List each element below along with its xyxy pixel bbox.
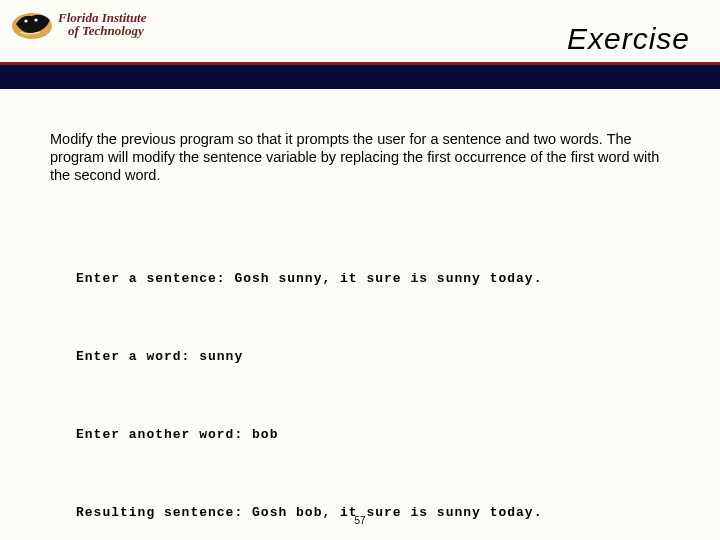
- code-line: Enter a word: sunny: [76, 344, 670, 370]
- exercise-description: Modify the previous program so that it p…: [50, 130, 670, 184]
- logo-text: Florida Institute of Technology: [58, 11, 147, 37]
- svg-point-1: [24, 19, 27, 22]
- slide-title: Exercise: [567, 22, 690, 56]
- code-line: Enter a sentence: Gosh sunny, it sure is…: [76, 266, 670, 292]
- slide-header: Florida Institute of Technology Exercise: [0, 0, 720, 70]
- svg-point-2: [34, 18, 37, 21]
- code-line: Enter another word: bob: [76, 422, 670, 448]
- page-number: 57: [0, 515, 720, 526]
- example-output: Enter a sentence: Gosh sunny, it sure is…: [76, 214, 670, 540]
- panther-icon: [10, 6, 54, 42]
- divider-navy: [0, 65, 720, 89]
- institution-logo: Florida Institute of Technology: [10, 6, 147, 42]
- logo-line2: of Technology: [68, 24, 147, 37]
- slide-content: Modify the previous program so that it p…: [50, 130, 670, 540]
